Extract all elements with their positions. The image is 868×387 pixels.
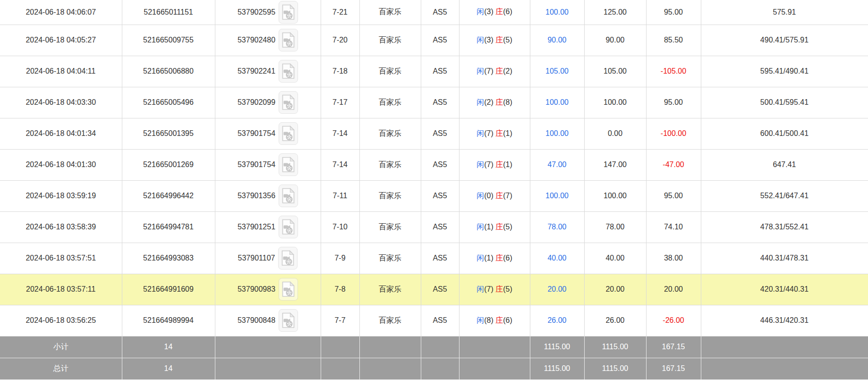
bet-record-row-selected[interactable]: 2024-06-18 03:57:11521664991609537900983…	[0, 274, 868, 305]
bet-record-row[interactable]: 2024-06-18 03:56:25521664989994537900848…	[0, 305, 868, 336]
win-loss-value: -105.00	[661, 67, 686, 75]
bet-id-cell: 521665011151	[122, 0, 215, 25]
game-type-cell: 百家乐	[359, 149, 421, 180]
round-id: 537901356	[238, 192, 275, 200]
bet-id-cell: 521665005496	[122, 87, 215, 118]
video-replay-button[interactable]	[279, 216, 298, 238]
player-label: 闲	[477, 192, 484, 200]
bet-amount-link[interactable]: 100.00	[545, 129, 569, 137]
win-loss-cell: -26.00	[646, 305, 701, 336]
balance-cell: 600.41/500.41	[701, 118, 868, 149]
player-count: (7)	[484, 160, 494, 168]
player-count: (2)	[484, 98, 494, 106]
win-loss-value: 85.50	[664, 36, 683, 44]
bet-record-row[interactable]: 2024-06-18 04:01:34521665001395537901754…	[0, 118, 868, 149]
player-label: 闲	[477, 254, 484, 262]
win-loss-cell: 95.00	[646, 0, 701, 25]
round-id: 537901754	[238, 160, 275, 169]
game-type-cell: 百家乐	[359, 0, 421, 25]
bet-amount-link[interactable]: 26.00	[547, 316, 566, 324]
bet-time-cell: 2024-06-18 03:59:19	[0, 180, 122, 211]
win-loss-value: 20.00	[664, 285, 683, 293]
table-round-cell: 7-20	[321, 25, 359, 56]
bet-amount-cell: 47.00	[530, 149, 584, 180]
win-loss-value: -26.00	[663, 316, 684, 324]
table-round-cell: 7-14	[321, 149, 359, 180]
video-replay-button[interactable]	[279, 1, 298, 24]
bet-amount-cell: 90.00	[530, 25, 584, 56]
grand-total-winloss: 167.15	[646, 358, 701, 379]
valid-amount-cell: 0.00	[584, 118, 646, 149]
bet-record-row[interactable]: 2024-06-18 03:58:39521664994781537901251…	[0, 211, 868, 243]
video-replay-button[interactable]	[279, 29, 298, 51]
bet-record-row[interactable]: 2024-06-18 04:04:11521665006880537902241…	[0, 56, 868, 87]
bet-amount-link[interactable]: 90.00	[547, 36, 566, 44]
video-replay-button[interactable]	[279, 278, 298, 301]
player-label: 闲	[477, 129, 484, 137]
result-cell: 闲(7) 庄(1)	[459, 149, 530, 180]
table-code-cell: AS5	[421, 274, 459, 305]
win-loss-value: 38.00	[664, 254, 683, 262]
result-cell: 闲(1) 庄(6)	[459, 243, 530, 274]
bet-amount-link[interactable]: 100.00	[545, 192, 569, 200]
player-count: (1)	[484, 223, 494, 231]
round-id: 537901107	[238, 254, 275, 262]
bet-records-table: 2024-06-18 04:06:07521665011151537902595…	[0, 0, 868, 380]
game-type-cell: 百家乐	[359, 25, 421, 56]
video-replay-button[interactable]	[279, 185, 298, 207]
banker-label: 庄	[495, 36, 503, 44]
bet-record-row[interactable]: 2024-06-18 04:03:30521665005496537902099…	[0, 87, 868, 118]
game-type-cell: 百家乐	[359, 305, 421, 336]
banker-label: 庄	[495, 8, 503, 16]
player-count: (1)	[484, 254, 494, 262]
valid-amount-cell: 40.00	[584, 243, 646, 274]
video-replay-button[interactable]	[279, 122, 298, 145]
bet-amount-link[interactable]: 105.00	[545, 67, 569, 75]
win-loss-value: 95.00	[664, 98, 683, 106]
player-label: 闲	[477, 67, 484, 75]
video-replay-button[interactable]	[279, 309, 298, 332]
bet-amount-link[interactable]: 100.00	[545, 98, 569, 106]
bet-id-cell: 521665009755	[122, 25, 215, 56]
player-label: 闲	[477, 223, 484, 231]
round-id-cell: 537901356	[215, 180, 321, 211]
bet-amount-link[interactable]: 20.00	[547, 285, 566, 293]
bet-time-cell: 2024-06-18 03:56:25	[0, 305, 122, 336]
win-loss-cell: 85.50	[646, 25, 701, 56]
bet-record-row[interactable]: 2024-06-18 04:06:07521665011151537902595…	[0, 0, 868, 25]
bet-amount-link[interactable]: 78.00	[547, 223, 566, 231]
video-replay-button[interactable]	[279, 60, 298, 83]
bet-record-row[interactable]: 2024-06-18 04:01:30521665001269537901754…	[0, 149, 868, 180]
bet-amount-link[interactable]: 40.00	[547, 254, 566, 262]
bet-amount-link[interactable]: 47.00	[547, 160, 566, 168]
bet-record-row[interactable]: 2024-06-18 03:57:51521664993083537901107…	[0, 243, 868, 274]
grand-total-row: 总计 14 1115.00 1115.00 167.15	[0, 358, 868, 379]
bet-id-cell: 521664994781	[122, 211, 215, 243]
video-replay-button[interactable]	[279, 153, 298, 176]
win-loss-value: 74.10	[664, 223, 683, 231]
win-loss-cell: 20.00	[646, 274, 701, 305]
bet-id-cell: 521665001395	[122, 118, 215, 149]
round-id-cell: 537902099	[215, 87, 321, 118]
game-type-cell: 百家乐	[359, 211, 421, 243]
bet-id-cell: 521664989994	[122, 305, 215, 336]
bet-amount-cell: 100.00	[530, 118, 584, 149]
player-count: (8)	[484, 316, 494, 324]
bet-time-cell: 2024-06-18 03:58:39	[0, 211, 122, 243]
banker-label: 庄	[495, 254, 503, 262]
bet-record-row[interactable]: 2024-06-18 04:05:27521665009755537902480…	[0, 25, 868, 56]
balance-cell: 575.91	[701, 0, 868, 25]
win-loss-cell: -47.00	[646, 149, 701, 180]
table-round-cell: 7-7	[321, 305, 359, 336]
table-round-cell: 7-10	[321, 211, 359, 243]
grand-total-count: 14	[122, 358, 215, 379]
bet-amount-link[interactable]: 100.00	[545, 8, 569, 16]
bet-record-row[interactable]: 2024-06-18 03:59:19521664996442537901356…	[0, 180, 868, 211]
balance-cell: 500.41/595.41	[701, 87, 868, 118]
bet-amount-cell: 105.00	[530, 56, 584, 87]
video-replay-button[interactable]	[278, 247, 298, 269]
round-id: 537902595	[238, 8, 275, 17]
subtotal-label: 小计	[0, 336, 122, 358]
result-cell: 闲(3) 庄(6)	[459, 0, 530, 25]
video-replay-button[interactable]	[279, 91, 298, 114]
